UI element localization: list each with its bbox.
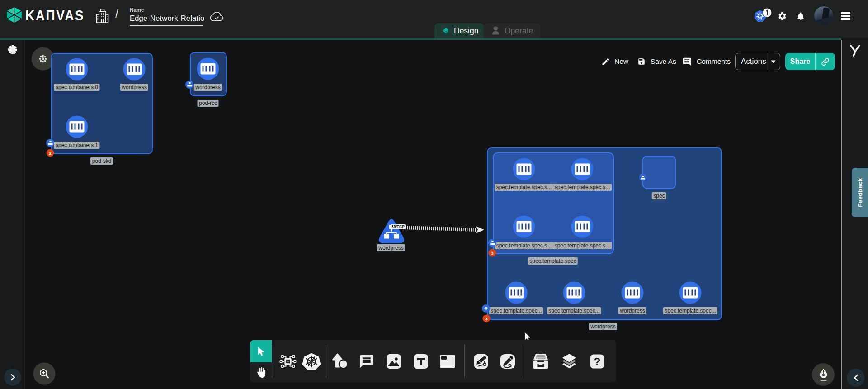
svg-text:?: ? bbox=[594, 356, 601, 368]
